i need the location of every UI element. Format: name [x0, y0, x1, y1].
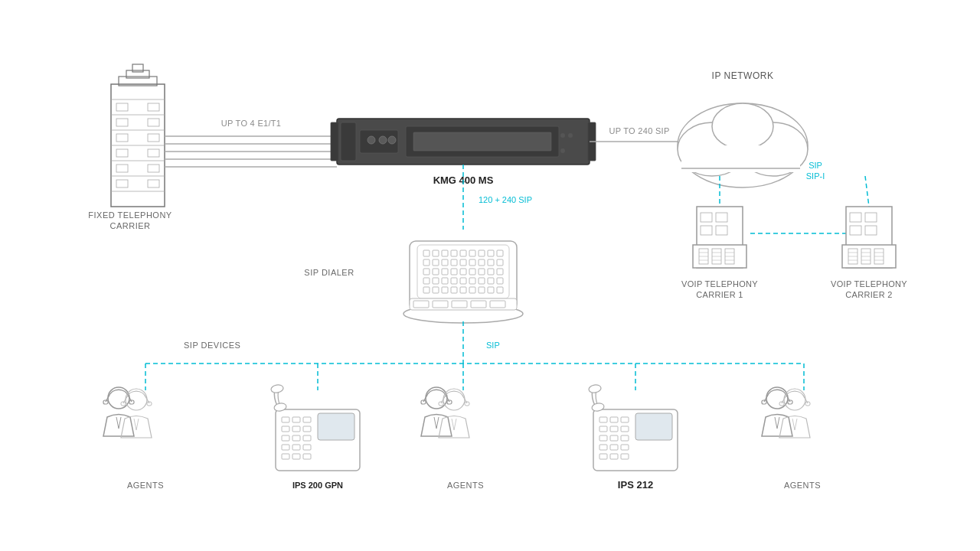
- svg-rect-158: [147, 402, 152, 406]
- svg-rect-36: [331, 122, 338, 161]
- svg-rect-18: [148, 165, 159, 172]
- svg-rect-156: [121, 402, 126, 406]
- fixed-telephony-carrier-label: CARRIER: [109, 221, 150, 230]
- svg-rect-160: [318, 413, 354, 440]
- svg-rect-35: [413, 132, 551, 151]
- agents2-label: AGENTS: [447, 481, 484, 490]
- svg-rect-9: [116, 119, 128, 126]
- svg-rect-15: [148, 119, 159, 126]
- svg-rect-185: [439, 402, 443, 406]
- svg-rect-214: [779, 402, 784, 406]
- svg-point-31: [368, 136, 375, 144]
- svg-rect-10: [116, 134, 128, 142]
- svg-point-33: [388, 136, 396, 144]
- svg-point-176: [270, 384, 283, 394]
- svg-point-205: [588, 384, 601, 394]
- svg-point-38: [560, 133, 565, 138]
- svg-point-32: [379, 136, 387, 144]
- sip240-label: UP TO 240 SIP: [609, 126, 669, 135]
- agents1-label: AGENTS: [127, 481, 164, 490]
- sip-dialer-label: SIP DIALER: [304, 268, 354, 277]
- fixed-telephony-label: FIXED TELEPHONY: [88, 210, 172, 220]
- svg-rect-189: [635, 413, 672, 440]
- svg-rect-11: [116, 149, 128, 157]
- svg-point-39: [568, 133, 573, 138]
- svg-rect-29: [341, 122, 356, 161]
- svg-rect-14: [148, 103, 159, 111]
- sip-sip-i-label: SIP: [808, 161, 822, 170]
- svg-rect-216: [805, 402, 810, 406]
- sip-i-label: SIP-I: [806, 171, 825, 181]
- ips212-label: IPS 212: [618, 479, 653, 491]
- sip-devices-label: SIP DEVICES: [184, 341, 240, 350]
- sip-label: SIP: [486, 341, 500, 350]
- svg-rect-16: [148, 134, 159, 142]
- voip-carrier1-sub-label: CARRIER 1: [696, 290, 743, 299]
- svg-rect-19: [148, 180, 159, 187]
- e1t1-label: UP TO 4 E1/T1: [221, 119, 282, 128]
- svg-point-45: [712, 103, 773, 149]
- voip-carrier1-label: VOIP TELEPHONY: [681, 279, 758, 289]
- svg-rect-8: [116, 103, 128, 111]
- svg-rect-97: [410, 298, 517, 310]
- ip-network-label: IP NETWORK: [712, 70, 774, 81]
- svg-rect-12: [116, 165, 128, 172]
- svg-line-141: [865, 176, 869, 207]
- svg-point-40: [560, 148, 565, 153]
- svg-rect-17: [148, 149, 159, 157]
- svg-rect-51: [417, 245, 509, 298]
- svg-rect-13: [116, 180, 128, 187]
- agents3-label: AGENTS: [784, 481, 821, 490]
- sip-120-240-label: 120 + 240 SIP: [479, 195, 532, 204]
- voip-carrier2-sub-label: CARRIER 2: [845, 290, 892, 299]
- voip-carrier2-label: VOIP TELEPHONY: [831, 279, 907, 289]
- ips200gpn-label: IPS 200 GPN: [292, 481, 343, 490]
- svg-rect-187: [465, 402, 469, 406]
